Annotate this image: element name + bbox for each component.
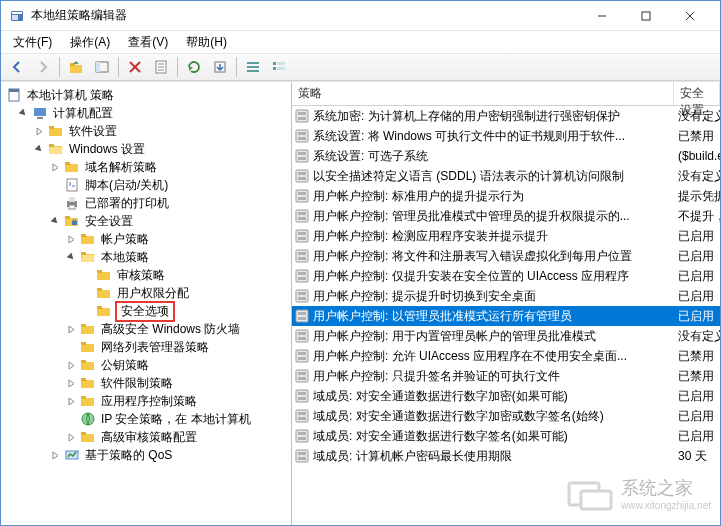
tree-label: 安全设置: [83, 213, 135, 230]
folder-icon: [48, 123, 64, 139]
policy-row[interactable]: 域成员: 对安全通道数据进行数字加密(如果可能)已启用: [292, 386, 720, 406]
expand-icon[interactable]: [65, 395, 77, 407]
expand-icon[interactable]: [49, 215, 61, 227]
tree-item-software[interactable]: 软件设置: [1, 122, 291, 140]
svg-rect-61: [81, 396, 86, 399]
policy-row[interactable]: 用户帐户控制: 提示提升时切换到安全桌面已启用: [292, 286, 720, 306]
tree-item-security-settings[interactable]: 安全设置: [1, 212, 291, 230]
tree-item-windows-settings[interactable]: Windows 设置: [1, 140, 291, 158]
svg-rect-106: [298, 372, 306, 375]
expand-icon[interactable]: [65, 323, 77, 335]
tree-item-computer-config[interactable]: 计算机配置: [1, 104, 291, 122]
svg-rect-4: [642, 12, 650, 20]
policy-row[interactable]: 用户帐户控制: 只提升签名并验证的可执行文件已禁用: [292, 366, 720, 386]
expand-icon[interactable]: [65, 359, 77, 371]
policy-row[interactable]: 用户帐户控制: 以管理员批准模式运行所有管理员已启用: [292, 306, 720, 326]
policy-text: 用户帐户控制: 以管理员批准模式运行所有管理员: [313, 308, 572, 325]
policy-row[interactable]: 用户帐户控制: 用于内置管理员帐户的管理员批准模式没有定义: [292, 326, 720, 346]
policy-text: 用户帐户控制: 允许 UIAccess 应用程序在不使用安全桌面...: [313, 348, 627, 365]
tree-item-adv-audit[interactable]: 高级审核策略配置: [1, 428, 291, 446]
policy-text: 用户帐户控制: 用于内置管理员帐户的管理员批准模式: [313, 328, 596, 345]
menu-help[interactable]: 帮助(H): [178, 32, 235, 53]
refresh-button[interactable]: [182, 55, 206, 79]
policy-row[interactable]: 用户帐户控制: 检测应用程序安装并提示提升已启用: [292, 226, 720, 246]
expand-icon[interactable]: [33, 125, 45, 137]
svg-rect-103: [298, 352, 306, 355]
tree-item-app-control[interactable]: 应用程序控制策略: [1, 392, 291, 410]
policy-row[interactable]: 系统设置: 可选子系统($build.em: [292, 146, 720, 166]
menubar: 文件(F) 操作(A) 查看(V) 帮助(H): [1, 31, 720, 53]
policy-row[interactable]: 用户帐户控制: 标准用户的提升提示行为提示凭据: [292, 186, 720, 206]
column-header-setting[interactable]: 安全设置: [674, 82, 720, 105]
policy-row[interactable]: 域成员: 对安全通道数据进行数字加密或数字签名(始终)已启用: [292, 406, 720, 426]
minimize-button[interactable]: [580, 2, 624, 30]
up-button[interactable]: [64, 55, 88, 79]
policy-row[interactable]: 用户帐户控制: 管理员批准模式中管理员的提升权限提示的...不提升，直: [292, 206, 720, 226]
menu-action[interactable]: 操作(A): [62, 32, 118, 53]
tree-item-local-policy[interactable]: 本地策略: [1, 248, 291, 266]
tree-item-software-restrict[interactable]: 软件限制策略: [1, 374, 291, 392]
tree-pane[interactable]: 本地计算机 策略 计算机配置 软件设置 Windows 设置 域名解析策: [1, 82, 292, 525]
tree-item-dns-policy[interactable]: 域名解析策略: [1, 158, 291, 176]
expand-icon[interactable]: [65, 233, 77, 245]
list-view-button[interactable]: [267, 55, 291, 79]
policy-row[interactable]: 系统加密: 为计算机上存储的用户密钥强制进行强密钥保护没有定义: [292, 106, 720, 126]
back-button[interactable]: [5, 55, 29, 79]
expand-icon[interactable]: [65, 431, 77, 443]
tree-item-public-key[interactable]: 公钥策略: [1, 356, 291, 374]
tree-item-qos[interactable]: 基于策略的 QoS: [1, 446, 291, 464]
tree-item-network-list[interactable]: 网络列表管理器策略: [1, 338, 291, 356]
details-view-button[interactable]: [241, 55, 265, 79]
policy-cell: 用户帐户控制: 将文件和注册表写入错误虚拟化到每用户位置: [292, 248, 674, 265]
tree-root[interactable]: 本地计算机 策略: [1, 86, 291, 104]
svg-rect-105: [296, 370, 308, 382]
tree-item-account-policy[interactable]: 帐户策略: [1, 230, 291, 248]
close-button[interactable]: [668, 2, 712, 30]
tree-item-ip-security[interactable]: IP 安全策略，在 本地计算机: [1, 410, 291, 428]
policy-row[interactable]: 以安全描述符定义语言 (SDDL) 语法表示的计算机访问限制没有定义: [292, 166, 720, 186]
expand-icon[interactable]: [17, 107, 29, 119]
list-body[interactable]: 系统加密: 为计算机上存储的用户密钥强制进行强密钥保护没有定义系统设置: 将 W…: [292, 106, 720, 525]
policy-row[interactable]: 域成员: 对安全通道数据进行数字签名(如果可能)已启用: [292, 426, 720, 446]
tree-item-firewall[interactable]: 高级安全 Windows 防火墙: [1, 320, 291, 338]
svg-rect-85: [298, 232, 306, 235]
tree-item-user-rights[interactable]: 用户权限分配: [1, 284, 291, 302]
policy-item-icon: [294, 228, 310, 244]
folder-icon: [80, 231, 96, 247]
expand-icon[interactable]: [33, 143, 45, 155]
expand-icon[interactable]: [49, 449, 61, 461]
tree-label: 高级审核策略配置: [99, 429, 199, 446]
menu-file[interactable]: 文件(F): [5, 32, 60, 53]
tree-item-scripts[interactable]: 脚本(启动/关机): [1, 176, 291, 194]
svg-rect-74: [298, 157, 306, 160]
expand-icon[interactable]: [49, 161, 61, 173]
tree-item-audit-policy[interactable]: 审核策略: [1, 266, 291, 284]
expand-icon[interactable]: [65, 377, 77, 389]
policy-row[interactable]: 用户帐户控制: 允许 UIAccess 应用程序在不使用安全桌面...已禁用: [292, 346, 720, 366]
folder-icon: [80, 393, 96, 409]
tree-item-printers[interactable]: 已部署的打印机: [1, 194, 291, 212]
svg-rect-58: [81, 380, 94, 388]
menu-view[interactable]: 查看(V): [120, 32, 176, 53]
policy-text: 域成员: 计算机帐户密码最长使用期限: [313, 448, 512, 465]
export-button[interactable]: [208, 55, 232, 79]
policy-row[interactable]: 域成员: 计算机帐户密码最长使用期限30 天: [292, 446, 720, 466]
policy-item-icon: [294, 148, 310, 164]
maximize-button[interactable]: [624, 2, 668, 30]
policy-cell: 用户帐户控制: 管理员批准模式中管理员的提升权限提示的...: [292, 208, 674, 225]
policy-item-icon: [294, 188, 310, 204]
policy-row[interactable]: 用户帐户控制: 仅提升安装在安全位置的 UIAccess 应用程序已启用: [292, 266, 720, 286]
policy-row[interactable]: 用户帐户控制: 将文件和注册表写入错误虚拟化到每用户位置已启用: [292, 246, 720, 266]
column-header-policy[interactable]: 策略: [292, 82, 674, 105]
forward-button[interactable]: [31, 55, 55, 79]
tree-item-security-options[interactable]: 安全选项: [1, 302, 291, 320]
policy-row[interactable]: 系统设置: 将 Windows 可执行文件中的证书规则用于软件...已禁用: [292, 126, 720, 146]
policy-item-icon: [294, 428, 310, 444]
svg-rect-113: [298, 417, 306, 420]
policy-text: 用户帐户控制: 检测应用程序安装并提示提升: [313, 228, 548, 245]
show-hide-tree-button[interactable]: [90, 55, 114, 79]
expand-icon[interactable]: [65, 251, 77, 263]
folder-icon: [80, 339, 96, 355]
properties-button[interactable]: [149, 55, 173, 79]
delete-button[interactable]: [123, 55, 147, 79]
